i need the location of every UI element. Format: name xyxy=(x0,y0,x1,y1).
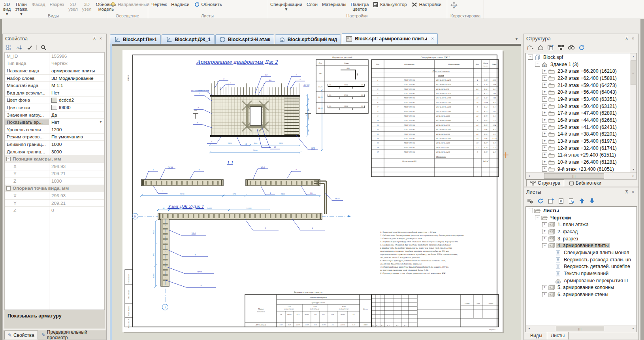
scroll-right-icon[interactable]: ▸ xyxy=(630,325,636,332)
sheets-tree-row[interactable]: +2. фасад xyxy=(526,228,636,235)
sheets-tree-row[interactable]: −Чертежи xyxy=(526,214,636,221)
property-row[interactable]: Цвет сеткиf0f0f0 xyxy=(5,104,104,111)
property-row[interactable]: Уровень сечени...1200 xyxy=(5,126,104,134)
property-row[interactable]: Значения нагру...Да xyxy=(5,111,104,119)
ribbon-button-направленный[interactable]: Направленный xyxy=(110,2,149,8)
structure-tree-row[interactable]: +12-й этаж +32.400 (61741) xyxy=(526,145,630,152)
tree-expander-icon[interactable]: + xyxy=(542,166,547,172)
tree-expander-icon[interactable]: + xyxy=(542,118,547,123)
ribbon-button-обновить[interactable]: Обновить xyxy=(194,2,222,8)
structure-tree-row[interactable]: +17-й этаж +47.400 (62891) xyxy=(526,110,630,117)
apply-icon[interactable] xyxy=(26,44,33,51)
sheets-tree-row[interactable]: +5. армирование колонны xyxy=(526,284,636,291)
ribbon-button-калькулятор[interactable]: Калькулятор xyxy=(373,2,407,8)
tree-expander-icon[interactable]: + xyxy=(542,125,547,130)
ribbon-button-материалы[interactable]: Материалы xyxy=(322,2,346,7)
structure-tab-библиотеки[interactable]: Библиотеки xyxy=(565,179,605,187)
structure-refresh-icon[interactable] xyxy=(578,44,585,51)
ribbon-button-надписи[interactable]: Надписи xyxy=(171,2,189,7)
scroll-right-icon[interactable]: ▸ xyxy=(630,173,636,179)
property-row[interactable]: Z1000 xyxy=(5,178,104,185)
ribbon-button-спецификации[interactable]: Спецификации ▾ xyxy=(270,2,302,11)
ribbon-button-палитра[interactable]: Палитра цветов xyxy=(351,2,369,11)
tree-expander-icon[interactable]: − xyxy=(535,62,540,67)
structure-tree-row[interactable]: +18-й этаж +50.400 (63121) xyxy=(526,103,630,110)
property-row[interactable]: Ближняя границ...1000 xyxy=(5,141,104,148)
sheets-export-icon[interactable] xyxy=(568,198,575,204)
pin-icon[interactable]: ⊼ xyxy=(623,36,630,41)
property-row[interactable]: M_ID155996 xyxy=(5,53,104,60)
tree-expander-icon[interactable]: + xyxy=(542,153,547,158)
sheets-down-icon[interactable] xyxy=(588,198,595,204)
sheets-refresh-icon[interactable] xyxy=(537,198,544,204)
property-row[interactable]: Z0 xyxy=(5,207,104,214)
property-row[interactable]: Y209.21 xyxy=(5,170,104,178)
property-row[interactable]: Режим отрисов...По умолчанию xyxy=(5,134,104,141)
property-row[interactable]: X296.93 xyxy=(5,192,104,200)
sheets-tree-row[interactable]: Ведомость деталей. undefine xyxy=(526,263,636,270)
property-row[interactable]: X296.93 xyxy=(5,163,104,170)
structure-tree-row[interactable]: +11-й этаж +29.400 (61511) xyxy=(526,152,630,159)
tree-expander-icon[interactable]: + xyxy=(542,292,547,297)
property-row[interactable]: Дальняя границ...3000 xyxy=(5,148,104,156)
tab-list-dropdown-icon[interactable]: ▼ xyxy=(515,37,518,41)
scroll-up-icon[interactable]: ▴ xyxy=(630,53,636,60)
tree-expander-icon[interactable]: + xyxy=(542,96,547,102)
sheets-tree-row[interactable]: Ведомость расхода стали. un xyxy=(526,256,636,263)
ribbon-button-3d[interactable]: 3D узел xyxy=(82,2,92,11)
structure-tree-row[interactable]: +13-й этаж +35.400 (61971) xyxy=(526,138,630,145)
scroll-down-icon[interactable]: ▾ xyxy=(630,166,636,173)
panel-tab-предварительный-просмотр[interactable]: ✎Предварительный просмотр xyxy=(38,330,106,340)
property-row[interactable]: Масштаб видаМ 1:1 xyxy=(5,82,104,89)
structure-tree-row[interactable]: +14-й этаж +38.400 (62201) xyxy=(526,131,630,138)
tree-expander-icon[interactable]: − xyxy=(535,215,540,220)
structure-tree-row[interactable]: +19-й этаж +53.400 (63351) xyxy=(526,96,630,103)
structure-tree-row[interactable]: −Block.spf xyxy=(526,54,630,61)
tree-expander-icon[interactable]: + xyxy=(542,132,547,137)
sheets-tree-row[interactable]: −Листы xyxy=(526,207,636,214)
structure-tree-row[interactable]: +23-й этаж +66.200 (16218) xyxy=(526,68,630,75)
tree-expander-icon[interactable]: + xyxy=(542,104,547,109)
panel-tab-свойства[interactable]: ✎Свойства xyxy=(4,331,38,340)
categorized-icon[interactable]: ≡≡ xyxy=(6,44,13,51)
pin-icon[interactable]: ⊼ xyxy=(91,36,98,41)
structure-tree-row[interactable]: +22-й этаж +62.400 (15881) xyxy=(526,75,630,82)
sheets-tab-листы[interactable]: Листы xyxy=(547,332,569,340)
sheets-number-icon[interactable]: # xyxy=(557,198,565,204)
document-tab[interactable]: Block.spf:Пм-1 xyxy=(110,34,161,44)
structure-tree-row[interactable]: +15-й этаж +41.400 (62431) xyxy=(526,124,630,131)
ribbon-button-чертеж[interactable]: Чертеж xyxy=(151,2,167,7)
tree-expander-icon[interactable]: + xyxy=(542,160,547,165)
sheets-tree-row[interactable]: +6. армирование стены xyxy=(526,291,636,298)
property-section-header[interactable]: −Опорная точка вида, мм xyxy=(5,185,104,193)
tree-expander-icon[interactable]: + xyxy=(542,236,547,241)
structure-group-icon[interactable] xyxy=(557,44,565,51)
sheets-settings-icon[interactable] xyxy=(527,198,534,204)
structure-tree-row[interactable]: +10-й этаж +26.400 (61281) xyxy=(526,159,630,166)
ribbon-button-настройки[interactable]: Настройки xyxy=(411,2,441,8)
structure-copy-icon[interactable] xyxy=(547,44,554,51)
property-row[interactable]: Вид для результ...Нет xyxy=(5,89,104,97)
horizontal-scrollbar[interactable]: ◂ ||| ▸ xyxy=(526,325,636,332)
sheets-tab-виды[interactable]: Виды xyxy=(526,332,546,340)
sheets-tree-row[interactable]: Спецификация плиты монол xyxy=(526,249,636,256)
ribbon-button-фасад[interactable]: Фасад xyxy=(32,2,45,7)
sort-icon[interactable]: А xyxy=(16,44,23,51)
scroll-thumb[interactable]: ||| xyxy=(556,326,604,331)
structure-tree-row[interactable]: −Здание 1 (3) xyxy=(526,61,630,68)
property-row[interactable]: Название видаармирование плиты xyxy=(5,67,104,75)
sheets-tree-row[interactable]: +3. разрез xyxy=(526,235,636,242)
tree-expander-icon[interactable]: + xyxy=(542,111,547,116)
sheets-up-icon[interactable] xyxy=(578,198,585,204)
drawing-canvas[interactable]: СогласованоИнв. № подл.Подп. и датаВзам.… xyxy=(110,44,521,340)
property-row[interactable]: Тип видаЧертёж xyxy=(5,60,104,68)
structure-tree-row[interactable]: +20-й этаж +56.400 (64043) xyxy=(526,89,630,96)
tree-expander-icon[interactable]: + xyxy=(542,90,547,95)
tree-expander-icon[interactable]: + xyxy=(542,285,547,290)
property-row[interactable]: Показывать ар...Нет▼ xyxy=(5,119,104,126)
tree-expander-icon[interactable]: + xyxy=(542,83,547,88)
close-icon[interactable]: × xyxy=(630,36,636,41)
scroll-thumb[interactable]: ||| xyxy=(544,173,604,179)
sheets-tree-row[interactable]: Армирование перекрытия П xyxy=(526,277,636,284)
tree-expander-icon[interactable]: − xyxy=(542,243,547,248)
